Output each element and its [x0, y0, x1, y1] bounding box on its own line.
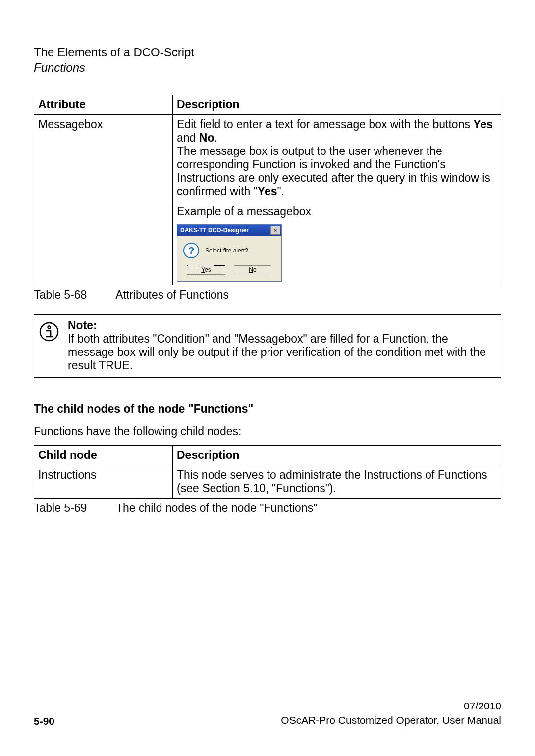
- desc-bold-no: No: [199, 131, 214, 144]
- messagebox-text: Select fire alert?: [205, 247, 248, 254]
- footer-date: 07/2010: [281, 699, 501, 713]
- example-label: Example of a messagebox: [177, 205, 497, 218]
- no-button[interactable]: No: [234, 265, 271, 274]
- caption-label: Table 5-69: [34, 502, 113, 515]
- messagebox-title: DAKS-TT DCO-Designer: [180, 227, 249, 234]
- caption-text: Attributes of Functions: [115, 288, 229, 301]
- table68-head-description: Description: [173, 95, 501, 115]
- table69-cell-description: This node serves to administrate the Ins…: [173, 465, 501, 499]
- table68-cell-description: Edit field to enter a text for amessage …: [173, 115, 501, 285]
- info-icon: [39, 319, 61, 372]
- caption-label: Table 5-68: [34, 288, 113, 302]
- note-box: Note: If both attributes "Condition" and…: [34, 314, 501, 378]
- table-child-nodes: Child node Description Instructions This…: [34, 445, 501, 499]
- messagebox-dialog: DAKS-TT DCO-Designer × ? Select fire ale…: [177, 224, 282, 282]
- table-attributes-of-functions: Attribute Description Messagebox Edit fi…: [34, 95, 501, 285]
- desc-bold-yes: Yes: [473, 118, 493, 131]
- table69-cell-child: Instructions: [34, 465, 173, 499]
- question-icon: ?: [183, 243, 199, 258]
- note-heading: Note:: [68, 319, 496, 332]
- page-header-title: The Elements of a DCO-Script: [34, 45, 501, 60]
- caption-text: The child nodes of the node "Functions": [116, 502, 317, 514]
- footer-doc-title: OScAR-Pro Customized Operator, User Manu…: [281, 713, 501, 727]
- note-body: If both attributes "Condition" and "Mess…: [68, 332, 496, 372]
- desc-text: .: [214, 131, 217, 144]
- desc-text: and: [177, 131, 199, 144]
- table68-caption: Table 5-68 Attributes of Functions: [34, 288, 501, 302]
- page-number: 5-90: [34, 715, 54, 727]
- table69-head-child: Child node: [34, 446, 173, 465]
- svg-point-1: [48, 326, 50, 329]
- section-heading: The child nodes of the node "Functions": [34, 403, 501, 416]
- page-header-subtitle: Functions: [34, 61, 501, 75]
- table68-cell-attribute: Messagebox: [34, 115, 173, 285]
- section-lead: Functions have the following child nodes…: [34, 425, 501, 438]
- desc-text: Edit field to enter a text for amessage …: [177, 118, 473, 131]
- desc-bold-yes2: Yes: [258, 185, 277, 198]
- table69-head-description: Description: [173, 446, 501, 465]
- yes-button[interactable]: Yes: [187, 265, 225, 274]
- desc-text: ".: [277, 185, 285, 198]
- desc-text: The message box is output to the user wh…: [177, 145, 490, 198]
- close-icon[interactable]: ×: [270, 226, 280, 235]
- table68-head-attribute: Attribute: [34, 95, 173, 115]
- table69-caption: Table 5-69 The child nodes of the node "…: [34, 502, 501, 515]
